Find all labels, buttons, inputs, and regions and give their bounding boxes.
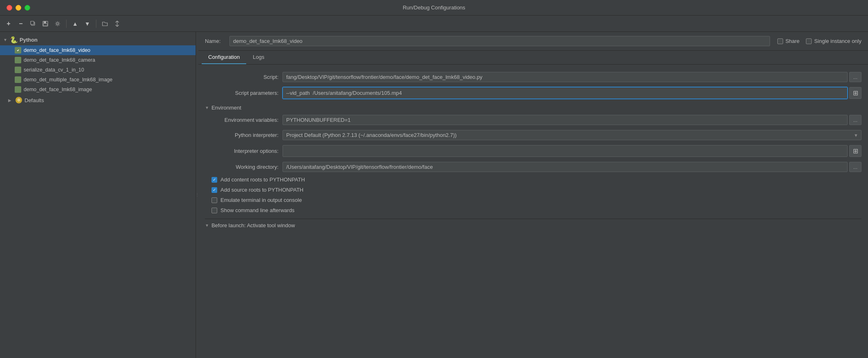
name-input[interactable] — [229, 36, 770, 46]
svg-point-7 — [16, 58, 20, 62]
script-params-label: Script parameters: — [205, 90, 278, 96]
script-params-browse-button[interactable]: ⊞ — [849, 87, 861, 99]
config-icon-0 — [15, 47, 21, 54]
remove-config-button[interactable]: − — [16, 18, 26, 29]
before-launch-section[interactable]: ▼ Before launch: Activate tool window — [205, 219, 861, 230]
show-command-row: Show command line afterwards — [205, 205, 861, 215]
single-instance-row: Single instance only — [806, 38, 861, 44]
working-dir-input-group: … — [283, 162, 861, 172]
traffic-lights — [7, 5, 30, 11]
title-bar: Run/Debug Configurations — [0, 0, 868, 16]
emulate-terminal-checkbox[interactable] — [211, 197, 217, 203]
svg-point-9 — [16, 78, 20, 81]
python-interpreter-select-wrapper: Project Default (Python 2.7.13 (~/.anaco… — [283, 130, 861, 140]
toolbar-separator-1 — [66, 20, 67, 28]
config-icon-1 — [15, 57, 21, 63]
minimize-button[interactable] — [16, 5, 21, 11]
python-interpreter-row: Python interpreter: Project Default (Pyt… — [205, 128, 861, 143]
sort-button[interactable] — [112, 18, 122, 29]
save-config-button[interactable] — [40, 18, 51, 29]
sidebar-item-label-3: demo_det_multiple_face_lmk68_image — [24, 77, 113, 83]
svg-rect-4 — [43, 24, 47, 26]
interpreter-options-label: Interpreter options: — [205, 148, 278, 154]
add-config-button[interactable]: + — [3, 18, 14, 29]
add-content-roots-checkbox[interactable] — [211, 177, 217, 183]
move-down-button[interactable]: ▼ — [82, 18, 93, 29]
interpreter-options-browse-button[interactable]: ⊞ — [849, 145, 861, 157]
python-group-icon: 🐍 — [10, 36, 18, 44]
tab-configuration[interactable]: Configuration — [202, 51, 246, 64]
python-group-header[interactable]: ▼ 🐍 Python — [0, 34, 196, 45]
env-vars-label: Environment variables: — [205, 117, 278, 123]
defaults-icon: ⚙ — [16, 97, 22, 103]
svg-point-5 — [57, 22, 59, 25]
emulate-terminal-label: Emulate terminal in output console — [220, 197, 302, 203]
interpreter-options-input[interactable] — [283, 145, 848, 157]
script-input-group: … — [283, 72, 861, 82]
defaults-arrow-icon: ▶ — [8, 98, 13, 103]
single-instance-checkbox[interactable] — [806, 38, 812, 44]
script-input[interactable] — [283, 72, 848, 82]
share-checkbox[interactable] — [777, 38, 783, 44]
python-arrow-icon: ▼ — [3, 38, 8, 42]
sidebar-item-label-0: demo_det_face_lmk68_video — [24, 47, 90, 53]
share-label: Share — [786, 38, 800, 44]
close-button[interactable] — [7, 5, 12, 11]
sidebar-item-3[interactable]: demo_det_multiple_face_lmk68_image — [0, 75, 196, 85]
env-vars-input[interactable] — [283, 115, 848, 125]
show-command-label: Show command line afterwards — [220, 207, 294, 213]
config-icon-2 — [15, 67, 21, 73]
svg-rect-3 — [44, 21, 46, 23]
working-dir-row: Working directory: … — [205, 159, 861, 175]
add-source-roots-label: Add source roots to PYTHONPATH — [220, 187, 303, 193]
single-instance-label: Single instance only — [814, 38, 861, 44]
python-group-label: Python — [20, 37, 38, 43]
sidebar-item-0[interactable]: demo_det_face_lmk68_video — [0, 45, 196, 55]
defaults-item[interactable]: ▶ ⚙ Defaults — [0, 95, 196, 105]
add-content-roots-label: Add content roots to PYTHONPATH — [220, 177, 305, 183]
working-dir-browse-button[interactable]: … — [849, 162, 861, 172]
copy-config-button[interactable] — [28, 18, 38, 29]
environment-section-header[interactable]: ▼ Environment — [205, 101, 861, 112]
config-icon-4 — [15, 86, 21, 93]
env-vars-row: Environment variables: … — [205, 112, 861, 128]
env-vars-input-group: … — [283, 115, 861, 125]
share-checkbox-row: Share — [777, 38, 800, 44]
script-params-input-group: ⊞ — [283, 87, 861, 99]
emulate-terminal-row: Emulate terminal in output console — [205, 195, 861, 205]
defaults-label: Defaults — [24, 97, 44, 103]
tabs-row: Configuration Logs — [198, 51, 868, 65]
sidebar-item-label-2: serialize_data_cv_1_in_10 — [24, 67, 84, 73]
toolbar-separator-2 — [96, 20, 96, 28]
svg-point-10 — [16, 88, 20, 91]
environment-arrow-icon: ▼ — [205, 105, 209, 110]
move-up-button[interactable]: ▲ — [70, 18, 80, 29]
window-title: Run/Debug Configurations — [403, 4, 465, 11]
name-row: Name: Share Single instance only — [198, 32, 868, 51]
sidebar-item-1[interactable]: demo_det_face_lmk68_camera — [0, 55, 196, 65]
header-right: Share Single instance only — [777, 38, 861, 44]
tab-logs[interactable]: Logs — [246, 51, 271, 64]
svg-point-8 — [16, 68, 20, 72]
sidebar-item-label-1: demo_det_face_lmk68_camera — [24, 57, 95, 63]
interpreter-options-input-group: ⊞ — [283, 145, 861, 157]
script-browse-button[interactable]: … — [849, 72, 861, 82]
show-command-checkbox[interactable] — [211, 208, 217, 213]
folder-button[interactable] — [100, 18, 110, 29]
working-dir-label: Working directory: — [205, 164, 278, 170]
settings-button[interactable] — [52, 18, 63, 29]
name-field-label: Name: — [205, 38, 225, 44]
before-launch-arrow-icon: ▼ — [205, 223, 209, 228]
env-vars-browse-button[interactable]: … — [849, 115, 861, 125]
maximize-button[interactable] — [24, 5, 30, 11]
sidebar-item-2[interactable]: serialize_data_cv_1_in_10 — [0, 65, 196, 75]
sidebar-item-4[interactable]: demo_det_face_lmk68_image — [0, 85, 196, 94]
script-params-input[interactable] — [283, 87, 848, 99]
working-dir-input[interactable] — [283, 162, 848, 172]
toolbar: + − ▲ ▼ — [0, 16, 868, 32]
svg-rect-1 — [31, 21, 34, 25]
environment-label: Environment — [211, 105, 241, 111]
add-source-roots-checkbox[interactable] — [211, 187, 217, 193]
python-interpreter-select[interactable]: Project Default (Python 2.7.13 (~/.anaco… — [283, 130, 861, 140]
before-launch-label: Before launch: Activate tool window — [211, 222, 295, 228]
